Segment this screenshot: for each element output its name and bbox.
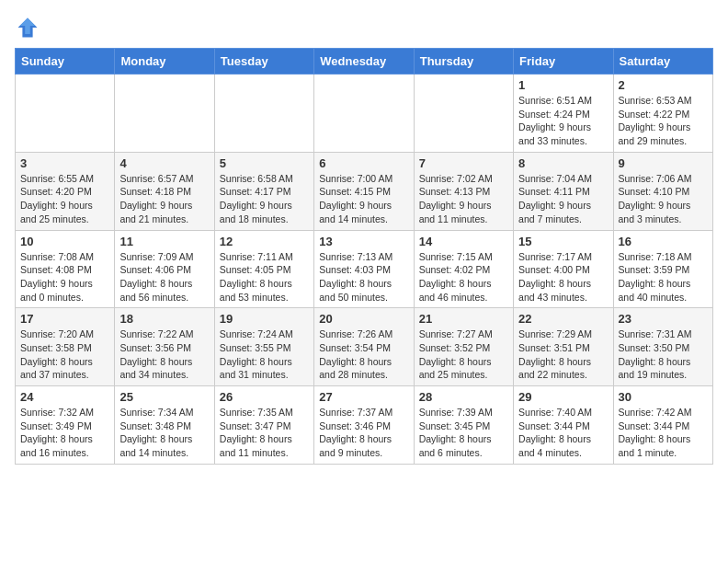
- day-cell: 6Sunrise: 7:00 AMSunset: 4:15 PMDaylight…: [314, 152, 414, 230]
- day-info: Sunrise: 6:51 AMSunset: 4:24 PMDaylight:…: [518, 94, 608, 148]
- day-cell: 8Sunrise: 7:04 AMSunset: 4:11 PMDaylight…: [514, 152, 613, 230]
- day-info: Sunrise: 6:53 AMSunset: 4:22 PMDaylight:…: [619, 94, 708, 148]
- day-info: Sunrise: 7:09 AMSunset: 4:06 PMDaylight:…: [119, 250, 209, 304]
- day-number: 14: [419, 235, 508, 248]
- day-cell: 28Sunrise: 7:39 AMSunset: 3:45 PMDayligh…: [414, 386, 513, 465]
- day-info: Sunrise: 7:35 AMSunset: 3:47 PMDaylight:…: [220, 406, 309, 460]
- week-row-2: 3Sunrise: 6:55 AMSunset: 4:20 PMDaylight…: [16, 152, 713, 230]
- day-cell: 29Sunrise: 7:40 AMSunset: 3:44 PMDayligh…: [514, 386, 613, 465]
- day-number: 16: [619, 235, 708, 248]
- day-number: 19: [220, 312, 309, 326]
- header-row: SundayMondayTuesdayWednesdayThursdayFrid…: [16, 49, 713, 75]
- page-header: [15, 15, 713, 40]
- calendar-table: SundayMondayTuesdayWednesdayThursdayFrid…: [15, 48, 713, 465]
- day-cell: 20Sunrise: 7:26 AMSunset: 3:54 PMDayligh…: [314, 308, 414, 386]
- day-info: Sunrise: 7:18 AMSunset: 3:59 PMDaylight:…: [619, 250, 708, 304]
- day-cell: [214, 75, 313, 153]
- day-cell: 15Sunrise: 7:17 AMSunset: 4:00 PMDayligh…: [514, 230, 613, 308]
- day-info: Sunrise: 7:04 AMSunset: 4:11 PMDaylight:…: [518, 172, 608, 226]
- day-cell: 25Sunrise: 7:34 AMSunset: 3:48 PMDayligh…: [115, 386, 214, 465]
- day-cell: 16Sunrise: 7:18 AMSunset: 3:59 PMDayligh…: [613, 230, 712, 308]
- week-row-4: 17Sunrise: 7:20 AMSunset: 3:58 PMDayligh…: [16, 308, 713, 386]
- header-day-tuesday: Tuesday: [214, 49, 313, 75]
- day-info: Sunrise: 7:17 AMSunset: 4:00 PMDaylight:…: [518, 250, 608, 304]
- day-cell: 14Sunrise: 7:15 AMSunset: 4:02 PMDayligh…: [414, 230, 513, 308]
- day-info: Sunrise: 7:02 AMSunset: 4:13 PMDaylight:…: [419, 172, 508, 226]
- day-number: 6: [319, 156, 408, 170]
- header-day-friday: Friday: [514, 49, 613, 75]
- day-cell: [314, 75, 414, 153]
- day-info: Sunrise: 7:40 AMSunset: 3:44 PMDaylight:…: [518, 406, 608, 460]
- day-number: 17: [20, 312, 109, 326]
- day-number: 11: [119, 235, 209, 248]
- day-cell: 11Sunrise: 7:09 AMSunset: 4:06 PMDayligh…: [115, 230, 214, 308]
- day-info: Sunrise: 7:39 AMSunset: 3:45 PMDaylight:…: [419, 406, 508, 460]
- day-cell: 17Sunrise: 7:20 AMSunset: 3:58 PMDayligh…: [16, 308, 115, 386]
- day-info: Sunrise: 7:37 AMSunset: 3:46 PMDaylight:…: [319, 406, 408, 460]
- day-number: 28: [419, 390, 508, 404]
- day-cell: 19Sunrise: 7:24 AMSunset: 3:55 PMDayligh…: [214, 308, 313, 386]
- day-info: Sunrise: 7:06 AMSunset: 4:10 PMDaylight:…: [619, 172, 708, 226]
- day-number: 13: [319, 235, 408, 248]
- day-cell: 18Sunrise: 7:22 AMSunset: 3:56 PMDayligh…: [115, 308, 214, 386]
- day-info: Sunrise: 7:26 AMSunset: 3:54 PMDaylight:…: [319, 327, 408, 382]
- day-number: 20: [319, 312, 408, 326]
- day-cell: 3Sunrise: 6:55 AMSunset: 4:20 PMDaylight…: [16, 152, 115, 230]
- day-number: 1: [518, 78, 608, 92]
- day-cell: 5Sunrise: 6:58 AMSunset: 4:17 PMDaylight…: [214, 152, 313, 230]
- day-number: 18: [119, 312, 209, 326]
- day-info: Sunrise: 7:42 AMSunset: 3:44 PMDaylight:…: [619, 406, 708, 460]
- day-number: 22: [518, 312, 608, 326]
- day-cell: 13Sunrise: 7:13 AMSunset: 4:03 PMDayligh…: [314, 230, 414, 308]
- day-cell: 24Sunrise: 7:32 AMSunset: 3:49 PMDayligh…: [16, 386, 115, 465]
- day-cell: 7Sunrise: 7:02 AMSunset: 4:13 PMDaylight…: [414, 152, 513, 230]
- header-day-sunday: Sunday: [16, 49, 115, 75]
- day-info: Sunrise: 7:34 AMSunset: 3:48 PMDaylight:…: [119, 406, 209, 460]
- week-row-5: 24Sunrise: 7:32 AMSunset: 3:49 PMDayligh…: [16, 386, 713, 465]
- day-number: 21: [419, 312, 508, 326]
- day-number: 29: [518, 390, 608, 404]
- day-info: Sunrise: 7:27 AMSunset: 3:52 PMDaylight:…: [419, 327, 508, 382]
- day-info: Sunrise: 7:13 AMSunset: 4:03 PMDaylight:…: [319, 250, 408, 304]
- day-number: 2: [619, 78, 708, 92]
- day-cell: 26Sunrise: 7:35 AMSunset: 3:47 PMDayligh…: [214, 386, 313, 465]
- day-number: 25: [119, 390, 209, 404]
- day-cell: [16, 75, 115, 153]
- day-number: 8: [518, 156, 608, 170]
- header-day-monday: Monday: [115, 49, 214, 75]
- day-info: Sunrise: 7:00 AMSunset: 4:15 PMDaylight:…: [319, 172, 408, 226]
- logo-icon: [15, 15, 40, 40]
- day-info: Sunrise: 7:29 AMSunset: 3:51 PMDaylight:…: [518, 327, 608, 382]
- week-row-3: 10Sunrise: 7:08 AMSunset: 4:08 PMDayligh…: [16, 230, 713, 308]
- day-number: 27: [319, 390, 408, 404]
- day-number: 4: [119, 156, 209, 170]
- day-cell: 21Sunrise: 7:27 AMSunset: 3:52 PMDayligh…: [414, 308, 513, 386]
- day-number: 5: [220, 156, 309, 170]
- day-number: 24: [20, 390, 109, 404]
- week-row-1: 1Sunrise: 6:51 AMSunset: 4:24 PMDaylight…: [16, 75, 713, 153]
- day-number: 7: [419, 156, 508, 170]
- day-cell: 9Sunrise: 7:06 AMSunset: 4:10 PMDaylight…: [613, 152, 712, 230]
- day-info: Sunrise: 7:11 AMSunset: 4:05 PMDaylight:…: [220, 250, 309, 304]
- header-day-thursday: Thursday: [414, 49, 513, 75]
- day-cell: 23Sunrise: 7:31 AMSunset: 3:50 PMDayligh…: [613, 308, 712, 386]
- day-number: 23: [619, 312, 708, 326]
- day-info: Sunrise: 6:57 AMSunset: 4:18 PMDaylight:…: [119, 172, 209, 226]
- calendar-body: 1Sunrise: 6:51 AMSunset: 4:24 PMDaylight…: [16, 75, 713, 465]
- day-cell: 12Sunrise: 7:11 AMSunset: 4:05 PMDayligh…: [214, 230, 313, 308]
- day-cell: 1Sunrise: 6:51 AMSunset: 4:24 PMDaylight…: [514, 75, 613, 153]
- day-info: Sunrise: 7:20 AMSunset: 3:58 PMDaylight:…: [20, 327, 109, 382]
- day-number: 30: [619, 390, 708, 404]
- day-info: Sunrise: 7:08 AMSunset: 4:08 PMDaylight:…: [20, 250, 109, 304]
- header-day-saturday: Saturday: [613, 49, 712, 75]
- day-number: 15: [518, 235, 608, 248]
- day-number: 9: [619, 156, 708, 170]
- day-number: 10: [20, 235, 109, 248]
- day-info: Sunrise: 7:15 AMSunset: 4:02 PMDaylight:…: [419, 250, 508, 304]
- day-cell: [414, 75, 513, 153]
- calendar-header: SundayMondayTuesdayWednesdayThursdayFrid…: [16, 49, 713, 75]
- day-cell: [115, 75, 214, 153]
- day-cell: 27Sunrise: 7:37 AMSunset: 3:46 PMDayligh…: [314, 386, 414, 465]
- day-info: Sunrise: 7:31 AMSunset: 3:50 PMDaylight:…: [619, 327, 708, 382]
- day-info: Sunrise: 7:22 AMSunset: 3:56 PMDaylight:…: [119, 327, 209, 382]
